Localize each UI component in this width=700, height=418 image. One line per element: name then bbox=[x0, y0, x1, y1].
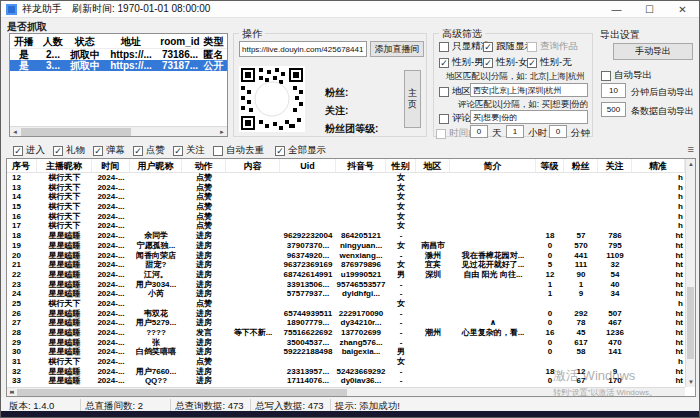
table-row[interactable]: 33星星瞌睡2024-...QQ??进房17114076...dy0iav36.… bbox=[7, 376, 685, 386]
manual-export-button[interactable]: 手动导出 bbox=[613, 43, 693, 60]
checkbox-gender-female[interactable]: 性别-女 bbox=[483, 56, 528, 69]
scroll-left-icon[interactable]: ◄ bbox=[10, 127, 20, 137]
checkbox-region[interactable]: 地区 bbox=[439, 85, 471, 98]
table-row[interactable]: 15棋行天下2024-...点赞女h bbox=[7, 202, 685, 212]
room-column-header[interactable]: 人数 bbox=[38, 34, 68, 48]
checkbox-comment[interactable]: 评论 bbox=[439, 112, 471, 125]
scrollbar-thumb[interactable] bbox=[17, 389, 347, 396]
advanced-filter-label: 高级筛选 bbox=[439, 27, 485, 41]
room-column-header[interactable]: 开播 bbox=[10, 34, 38, 48]
table-row[interactable]: 17棋行天下2024-...点赞女h bbox=[7, 221, 685, 231]
checkbox-icon bbox=[483, 42, 493, 52]
table-cell bbox=[450, 192, 536, 202]
table-row[interactable]: 19星星瞌睡2024-...宁愿孤独...进房37907370...ningyu… bbox=[7, 241, 685, 251]
table-row[interactable]: 30星星瞌睡2024-...白鸽笑嘻嘻进房59222188498baigexia… bbox=[7, 347, 685, 357]
main-table-vscrollbar[interactable]: ▲ ▼ bbox=[685, 159, 695, 387]
table-row[interactable]: 12棋行天下2024-...点赞女h bbox=[7, 173, 685, 183]
table-row[interactable]: 22星星瞌睡2024-...江河。进房68742614991u19990521男… bbox=[7, 270, 685, 280]
checkbox-gender-male[interactable]: 性别-男 bbox=[439, 56, 484, 69]
column-header[interactable]: Uid bbox=[280, 159, 336, 172]
table-cell: 点赞 bbox=[182, 357, 226, 367]
display-filter-checkbox[interactable]: 弹幕 bbox=[93, 144, 125, 157]
table-row[interactable]: 14棋行天下2024-...点赞女h bbox=[7, 192, 685, 202]
column-header[interactable]: 用户昵称 bbox=[130, 159, 182, 172]
column-header[interactable]: 动作 bbox=[182, 159, 226, 172]
column-header[interactable]: 序号 bbox=[7, 159, 37, 172]
table-row[interactable]: 26星星瞌睡2024-...韦双花进房657449395112229170090… bbox=[7, 309, 685, 319]
table-cell: 96292232004 bbox=[280, 231, 336, 241]
scroll-up-icon[interactable]: ▲ bbox=[686, 159, 696, 169]
table-cell: 18907779... bbox=[280, 318, 336, 328]
column-header[interactable]: 粉丝 bbox=[564, 159, 598, 172]
room-column-header[interactable]: 状态 bbox=[68, 34, 102, 48]
table-cell: 女 bbox=[386, 260, 416, 270]
table-cell: 507 bbox=[598, 309, 632, 319]
column-header[interactable]: 性别 bbox=[386, 159, 416, 172]
tab-capture[interactable]: 是否抓取 bbox=[7, 20, 47, 34]
room-column-header[interactable]: 类型 bbox=[200, 34, 227, 48]
table-row[interactable]: 31棋行天下2024-...点赞女h bbox=[7, 357, 685, 367]
display-filter-checkbox[interactable]: 关注 bbox=[173, 144, 205, 157]
table-row[interactable]: 18星星瞌睡2024-...余同学进房96292232004864205121-… bbox=[7, 231, 685, 241]
table-cell bbox=[536, 183, 564, 193]
column-header[interactable]: 内容 bbox=[226, 159, 280, 172]
add-room-button[interactable]: 添加直播间 bbox=[370, 41, 424, 57]
table-row[interactable]: 27星星瞌睡2024-...用户5279...进房18907779...dy34… bbox=[7, 318, 685, 328]
column-header[interactable]: 时间 bbox=[92, 159, 130, 172]
scroll-down-icon[interactable]: ▼ bbox=[686, 377, 696, 387]
room-column-header[interactable]: 地址 bbox=[102, 34, 160, 48]
menu-icon[interactable]: ≡ bbox=[688, 143, 694, 155]
table-row[interactable]: 32星星瞌睡2024-...用户7660...进房23313957...5242… bbox=[7, 367, 685, 377]
export-count-input[interactable] bbox=[601, 102, 626, 117]
table-cell: 2024-... bbox=[92, 367, 130, 377]
room-table-row[interactable]: 是3...抓取中https://...73187...公开 bbox=[10, 60, 227, 71]
display-filter-checkbox[interactable]: 点赞 bbox=[133, 144, 165, 157]
display-filter-checkbox[interactable]: 全部显示 bbox=[275, 144, 326, 157]
display-filter-checkbox[interactable]: 自动去重 bbox=[213, 144, 264, 157]
table-cell: 星星瞌睡 bbox=[37, 260, 92, 270]
column-header[interactable]: 精准 bbox=[632, 159, 685, 172]
table-row[interactable]: 20星星瞌睡2024-...闻香向荣店进房96374920...wenxiang… bbox=[7, 251, 685, 261]
comment-filter-input[interactable] bbox=[470, 110, 588, 124]
export-minutes-input[interactable] bbox=[601, 83, 626, 98]
close-icon[interactable]: ✕ bbox=[666, 1, 699, 17]
region-filter-input[interactable] bbox=[470, 83, 588, 97]
room-table-hscrollbar[interactable]: ◄ ► bbox=[10, 126, 227, 136]
main-table-hscrollbar[interactable]: ◄ ► bbox=[7, 387, 685, 396]
table-row[interactable]: 28星星瞌睡2024-...????发言等下不新...7551662269213… bbox=[7, 328, 685, 338]
live-url-input[interactable] bbox=[239, 41, 367, 57]
checkbox-gender-none[interactable]: 性别-无 bbox=[527, 56, 572, 69]
table-cell bbox=[416, 289, 450, 299]
days-input[interactable] bbox=[470, 125, 488, 138]
display-filter-checkbox[interactable]: 礼物 bbox=[53, 144, 85, 157]
scrollbar-thumb[interactable] bbox=[687, 287, 694, 359]
table-row[interactable]: 23星星瞌睡2024-...用户3034...进房33913506...9574… bbox=[7, 280, 685, 290]
minutes-input[interactable] bbox=[549, 125, 567, 138]
checkbox-auto-export[interactable]: 自动导出 bbox=[601, 69, 652, 82]
table-row[interactable]: 13棋行天下2024-...点赞女h bbox=[7, 183, 685, 193]
column-header[interactable]: 主播昵称 bbox=[37, 159, 92, 172]
column-header[interactable]: 关注 bbox=[598, 159, 632, 172]
column-header[interactable]: 地区 bbox=[416, 159, 450, 172]
maximize-icon[interactable]: ☐ bbox=[633, 1, 666, 17]
room-table-row[interactable]: 是2...抓取中https://...73186...匿名 bbox=[10, 49, 227, 60]
table-row[interactable]: 21星星瞌睡2024-...甜宠?进房96372369169876979896女… bbox=[7, 260, 685, 270]
display-filter-checkbox[interactable]: 进入 bbox=[13, 144, 45, 157]
table-row[interactable]: 24星星瞌睡2024-...小芮进房57577937...dyldhfgi...… bbox=[7, 289, 685, 299]
scrollbar-thumb[interactable] bbox=[21, 128, 131, 136]
hours-input[interactable] bbox=[506, 125, 524, 138]
home-button[interactable]: 主 页 bbox=[404, 70, 421, 128]
room-column-header[interactable]: room_id bbox=[160, 34, 200, 48]
table-row[interactable]: 25棋行天下2024-...点赞女h bbox=[7, 299, 685, 309]
checkbox-query-works[interactable]: 查询作品 bbox=[527, 40, 578, 53]
scroll-right-icon[interactable]: ► bbox=[217, 127, 227, 137]
table-row[interactable]: 29星星瞌睡2024-...张进房35004537...zhang576...-… bbox=[7, 338, 685, 348]
table-row[interactable]: 16棋行天下2024-...点赞女h bbox=[7, 212, 685, 222]
scroll-right-icon[interactable]: ► bbox=[7, 388, 17, 397]
minimize-icon[interactable]: — bbox=[600, 1, 633, 17]
column-header[interactable]: 等级 bbox=[536, 159, 564, 172]
column-header[interactable]: 简介 bbox=[450, 159, 536, 172]
checkbox-label: 地区 bbox=[452, 85, 471, 98]
column-header[interactable]: 抖音号 bbox=[336, 159, 386, 172]
table-cell: 潮州 bbox=[416, 328, 450, 338]
